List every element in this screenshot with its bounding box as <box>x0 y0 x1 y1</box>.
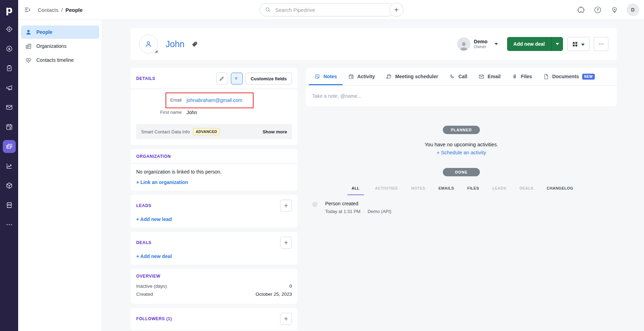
note-input[interactable] <box>312 93 611 99</box>
tab-activity[interactable]: Activity <box>343 68 381 85</box>
add-follower-button[interactable] <box>280 313 292 325</box>
note-composer[interactable] <box>306 86 617 106</box>
add-lead-button[interactable] <box>280 200 292 212</box>
overview-title: OVERVIEW <box>136 274 160 279</box>
overview-value: October 25, 2023 <box>256 292 292 297</box>
overview-row-created: Created October 25, 2023 <box>136 290 292 298</box>
help-button[interactable]: ? <box>593 5 602 14</box>
sidebar-item-contacts-timeline[interactable]: Contacts timeline <box>21 53 99 67</box>
rail-item-campaigns[interactable] <box>3 81 16 94</box>
sidebar-item-organizations[interactable]: Organizations <box>21 39 99 53</box>
no-activities-text: You have no upcoming activities. <box>425 142 498 147</box>
rail-item-products[interactable] <box>3 179 16 192</box>
chevron-down-icon <box>581 42 585 47</box>
filter-deals[interactable]: DEALS <box>518 186 536 194</box>
done-pill: DONE <box>443 168 480 176</box>
first-name-field-value: John <box>186 110 197 115</box>
filter-activities[interactable]: ACTIVITIES <box>373 186 400 194</box>
plus-icon <box>283 316 289 322</box>
link-organization-button[interactable]: + Link an organization <box>136 179 292 185</box>
sidebar-item-people[interactable]: People <box>21 25 99 39</box>
main-content: John Demo Owner Add new deal <box>102 20 644 331</box>
tab-call[interactable]: Call <box>444 68 473 85</box>
filter-all[interactable]: ALL <box>347 186 364 195</box>
quick-add-button[interactable] <box>389 3 403 17</box>
owner-name: Demo <box>474 39 488 44</box>
document-icon <box>543 74 549 80</box>
search-bar[interactable] <box>259 3 395 16</box>
tips-button[interactable] <box>610 5 619 14</box>
breadcrumb-contacts[interactable]: Contacts <box>38 7 58 13</box>
tab-email[interactable]: Email <box>473 68 506 85</box>
rail-item-deals[interactable]: $ <box>3 42 16 55</box>
ellipsis-icon <box>598 41 604 47</box>
show-more-button[interactable]: Show more <box>263 129 287 134</box>
search-input[interactable] <box>275 7 389 13</box>
add-deal-plus-button[interactable] <box>280 237 292 249</box>
grid-icon <box>572 41 578 47</box>
followers-card: FOLLOWERS (1) <box>131 308 298 330</box>
filter-notes[interactable]: NOTES <box>409 186 427 194</box>
person-avatar[interactable] <box>139 35 158 53</box>
calendar-icon <box>348 74 354 80</box>
rail-item-projects[interactable] <box>3 62 16 75</box>
planned-pill: PLANNED <box>443 126 480 134</box>
calendar-icon <box>6 123 13 131</box>
user-avatar[interactable]: D <box>627 3 639 16</box>
pipedrive-logo[interactable]: p <box>0 0 18 20</box>
plus-icon <box>283 240 289 245</box>
add-deal-dropdown[interactable] <box>551 37 563 51</box>
edit-details-button[interactable] <box>216 73 228 84</box>
filter-changelog[interactable]: CHANGELOG <box>544 186 575 194</box>
breadcrumb-separator: / <box>61 7 63 13</box>
tab-notes[interactable]: Notes <box>309 68 343 85</box>
add-new-deal-link[interactable]: + Add new deal <box>136 253 292 259</box>
chevron-down-icon <box>495 43 498 45</box>
owner-selector[interactable]: Demo Owner <box>457 37 498 51</box>
filter-emails[interactable]: EMAILS <box>437 186 456 194</box>
schedule-activity-link[interactable]: + Schedule an activity <box>437 150 486 155</box>
person-header-card: John Demo Owner Add new deal <box>131 28 617 60</box>
details-title: DETAILS <box>136 76 155 81</box>
organization-empty-text: No organization is linked to this person… <box>136 169 292 175</box>
overview-row-inactive: Inactive (days) 0 <box>136 282 292 290</box>
email-field-value[interactable]: johnabraham@gmail.com <box>186 97 242 103</box>
contact-card-icon <box>6 143 13 150</box>
first-name-field-label: First name <box>136 110 182 115</box>
topbar: Contacts / People ? D <box>18 0 644 20</box>
collapse-sidebar-button[interactable] <box>22 5 33 15</box>
tab-files[interactable]: Files <box>506 68 537 85</box>
integrations-button[interactable] <box>576 5 585 14</box>
sidebar-item-label: People <box>36 29 52 35</box>
tab-meeting-scheduler[interactable]: Meeting scheduler <box>380 68 444 85</box>
layout-toggle-button[interactable] <box>567 37 590 51</box>
collapse-sidebar-icon <box>24 6 31 14</box>
tab-documents[interactable]: DocumentsNEW <box>537 68 600 85</box>
new-badge: NEW <box>582 74 595 80</box>
ellipsis-icon <box>6 221 13 228</box>
svg-text:$: $ <box>8 47 10 51</box>
add-new-deal-button[interactable]: Add new deal <box>507 37 563 51</box>
storefront-icon <box>6 201 13 209</box>
customize-fields-button[interactable]: Customize fields <box>246 73 292 84</box>
add-label-button[interactable] <box>190 39 199 49</box>
activity-feed: PLANNED You have no upcoming activities.… <box>306 106 617 214</box>
rail-item-leads[interactable] <box>3 23 16 36</box>
organization-title: ORGANIZATION <box>136 154 171 159</box>
heart-pulse-icon <box>25 57 32 64</box>
filter-leads[interactable]: LEADS <box>490 186 508 194</box>
filter-files[interactable]: FILES <box>465 186 481 194</box>
filter-fields-button[interactable] <box>231 73 243 84</box>
more-actions-button[interactable] <box>594 37 608 51</box>
rail-item-contacts[interactable] <box>3 140 16 153</box>
rail-item-marketplace[interactable] <box>3 199 16 212</box>
rail-item-activities[interactable] <box>3 120 16 133</box>
cube-icon <box>6 182 13 189</box>
pencil-icon <box>219 76 225 82</box>
rail-item-mail[interactable] <box>3 101 16 114</box>
add-new-lead-link[interactable]: + Add new lead <box>136 216 292 222</box>
owner-avatar <box>457 37 470 51</box>
tag-icon <box>191 41 198 47</box>
rail-item-insights[interactable] <box>3 160 16 172</box>
rail-item-more[interactable] <box>3 218 16 231</box>
